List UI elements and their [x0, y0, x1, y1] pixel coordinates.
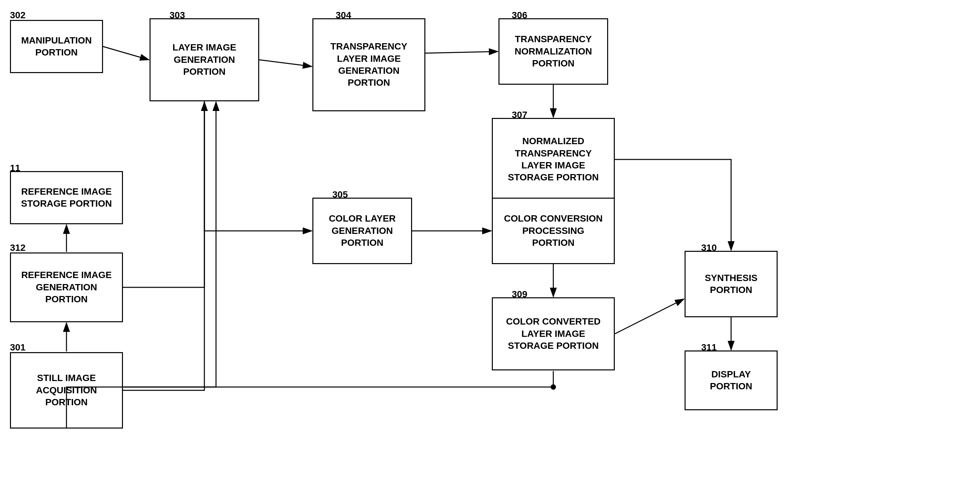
transparency-layer-image-generation-portion: TRANSPARENCYLAYER IMAGEGENERATIONPORTION — [312, 18, 425, 111]
arrows-svg — [0, 0, 980, 488]
color-layer-generation-portion: COLOR LAYERGENERATIONPORTION — [312, 198, 412, 264]
svg-line-3 — [259, 60, 312, 67]
svg-line-8 — [615, 299, 684, 334]
color-conversion-processing-portion: COLOR CONVERSIONPROCESSINGPORTION — [492, 198, 615, 264]
svg-line-4 — [425, 51, 498, 53]
display-portion: DISPLAYPORTION — [684, 350, 778, 410]
reference-image-generation-portion: REFERENCE IMAGEGENERATIONPORTION — [10, 253, 123, 322]
normalized-transparency-layer-image-storage-portion: NORMALIZEDTRANSPARENCYLAYER IMAGESTORAGE… — [492, 118, 615, 201]
reference-image-storage-portion: REFERENCE IMAGESTORAGE PORTION — [10, 171, 123, 224]
color-converted-layer-image-storage-portion: COLOR CONVERTEDLAYER IMAGESTORAGE PORTIO… — [492, 297, 615, 370]
ref-301: 301 — [10, 342, 25, 353]
ref-302: 302 — [10, 10, 25, 21]
svg-point-12 — [550, 385, 556, 389]
diagram: 302 303 304 306 307 305 308 309 310 311 … — [0, 0, 980, 488]
layer-image-generation-portion: LAYER IMAGEGENERATIONPORTION — [150, 18, 259, 101]
synthesis-portion: SYNTHESISPORTION — [684, 251, 778, 317]
transparency-normalization-portion: TRANSPARENCYNORMALIZATIONPORTION — [498, 18, 608, 85]
manipulation-portion: MANIPULATIONPORTION — [10, 20, 103, 73]
ref-312: 312 — [10, 243, 25, 253]
svg-line-2 — [103, 46, 149, 60]
still-image-acquisition-portion: STILL IMAGEACQUISITIONPORTION — [10, 352, 123, 429]
